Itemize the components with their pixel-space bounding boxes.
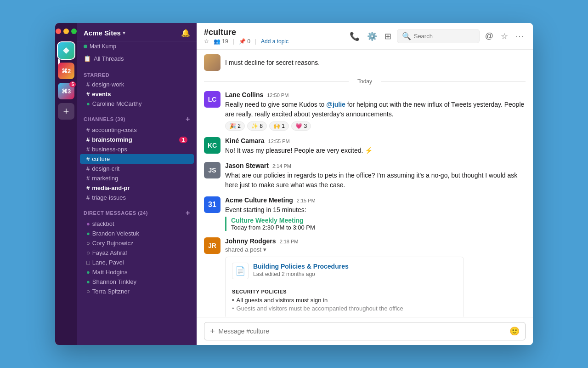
- message-text: Really need to give some Kudos to @julie…: [225, 100, 526, 119]
- all-threads-link[interactable]: 📋 All Threads: [77, 53, 197, 66]
- sidebar-item-culture[interactable]: # culture: [80, 154, 194, 164]
- message-text: No! It was my pleasure! People are very …: [225, 146, 526, 155]
- sidebar-item-fayaz[interactable]: ○ Fayaz Ashraf: [80, 248, 194, 258]
- sidebar-item-events[interactable]: # events: [80, 89, 194, 99]
- sidebar-item-lane-pavel[interactable]: □ Lane, Pavel: [80, 258, 194, 267]
- message-author: Johnny Rodgers: [225, 237, 276, 245]
- channels-section-header: CHANNELS (39) +: [77, 109, 197, 125]
- header-actions: 📞 ⚙️ ⊞ 🔍 @ ☆ ⋯: [348, 29, 526, 43]
- sidebar-item-accounting-costs[interactable]: # accounting-costs: [80, 125, 194, 135]
- message-time: 2:18 PM: [279, 239, 298, 244]
- workspace-3-badge: 5: [69, 81, 76, 87]
- sidebar-item-brainstorming[interactable]: # brainstorming 1: [80, 135, 194, 144]
- app-icon-column: ⌘2 ⌘3 5 +: [55, 23, 77, 345]
- message-text: Event starting in 15 minutes:: [225, 205, 526, 215]
- avatar: [204, 54, 220, 71]
- message-author: Lane Collins: [225, 91, 263, 98]
- message-time: 12:55 PM: [268, 138, 290, 144]
- main-content: #culture ☆ 👥 19 | 📌 0 | Add a topic 📞 ⚙️…: [197, 23, 533, 345]
- add-dm-icon[interactable]: +: [186, 209, 190, 217]
- channel-members: 👥 19: [214, 38, 228, 45]
- message-text: What are our policies in regards to pets…: [225, 171, 526, 190]
- date-divider: Today: [204, 78, 526, 85]
- message-input-area: + 🙂: [197, 317, 533, 345]
- threads-icon: 📋: [84, 55, 91, 62]
- sidebar-item-cory[interactable]: ○ Cory Bujnowicz: [80, 238, 194, 248]
- avatar-johnny: JR: [204, 237, 220, 254]
- message-author: Kiné Camara: [225, 137, 265, 144]
- messages-area: I must decline for secret reasons. Today…: [197, 50, 533, 317]
- security-item-1: All guests and visitors must sign in: [232, 297, 457, 304]
- search-box[interactable]: 🔍: [397, 29, 480, 43]
- sidebar-item-slackbot[interactable]: ● slackbot: [80, 219, 194, 229]
- sidebar-item-design-crit[interactable]: # design-crit: [80, 164, 194, 173]
- minimize-button[interactable]: [63, 29, 69, 34]
- shared-post-body: SECURITY POLICIES All guests and visitor…: [226, 284, 464, 317]
- sidebar-item-brandon[interactable]: ● Brandon Velestuk: [80, 229, 194, 238]
- add-workspace-button[interactable]: +: [58, 103, 74, 120]
- sidebar-item-caroline[interactable]: ● Caroline McCarthy: [80, 99, 194, 109]
- workspace-icon-1[interactable]: [58, 42, 74, 59]
- doc-title[interactable]: Building Policies & Procedures: [253, 263, 349, 270]
- shared-post-label: shared a post ▾: [225, 246, 526, 253]
- message-time: 2:15 PM: [297, 198, 316, 203]
- notifications-icon[interactable]: 🔔: [181, 29, 190, 37]
- workspace-chevron-icon: ▾: [123, 30, 125, 36]
- traffic-lights: [56, 29, 77, 34]
- reaction-heart[interactable]: 💗 3: [291, 121, 311, 131]
- shared-post-card: 📄 Building Policies & Procedures Last ed…: [225, 257, 464, 317]
- sidebar-header: Acme Sites ▾ 🔔: [77, 23, 197, 41]
- sidebar-item-shannon[interactable]: ● Shannon Tinkley: [80, 277, 194, 287]
- maximize-button[interactable]: [71, 29, 77, 34]
- dropdown-icon[interactable]: ▾: [263, 246, 266, 253]
- sidebar-item-business-ops[interactable]: # business-ops: [80, 144, 194, 154]
- message-row-jason1: JS Jason Stewart 2:14 PM What are our po…: [204, 162, 526, 190]
- sidebar-item-triage-issues[interactable]: # triage-issues: [80, 193, 194, 202]
- close-button[interactable]: [56, 29, 61, 34]
- message-input[interactable]: [219, 328, 506, 335]
- message-row: I must decline for secret reasons.: [204, 54, 526, 71]
- meeting-title[interactable]: Culture Weekly Meeting: [231, 217, 526, 224]
- sidebar-item-marketing[interactable]: # marketing: [80, 173, 194, 183]
- search-icon: 🔍: [402, 32, 411, 40]
- avatar-jason: JS: [204, 162, 220, 178]
- brainstorming-badge: 1: [179, 137, 187, 143]
- message-time: 2:14 PM: [272, 163, 291, 169]
- channel-meta: ☆ 👥 19 | 📌 0 | Add a topic: [204, 38, 288, 45]
- dm-section-header: DIRECT MESSAGES (24) +: [77, 202, 197, 219]
- message-author: Acme Culture Meeting: [225, 196, 293, 204]
- starred-section-header: STARRED: [77, 66, 197, 80]
- channel-pins: 📌 0: [239, 38, 250, 45]
- message-author: Jason Stewart: [225, 162, 269, 169]
- channel-header: #culture ☆ 👥 19 | 📌 0 | Add a topic 📞 ⚙️…: [197, 23, 533, 50]
- mention-julie[interactable]: @julie: [326, 101, 345, 108]
- plus-icon[interactable]: +: [210, 327, 215, 336]
- security-item-2: Guests and visitors must be accompanied …: [232, 305, 457, 312]
- layout-icon[interactable]: ⊞: [383, 29, 393, 43]
- emoji-icon[interactable]: 🙂: [509, 326, 520, 336]
- sidebar-item-media-and-pr[interactable]: # media-and-pr: [80, 183, 194, 193]
- settings-icon[interactable]: ⚙️: [365, 29, 379, 43]
- reactions: 🎉 2 ✨ 8 🙌 1 💗 3: [225, 121, 526, 131]
- sidebar-item-design-work[interactable]: # design-work: [80, 80, 194, 89]
- star-icon[interactable]: ☆: [204, 38, 209, 45]
- reaction-clap[interactable]: 🙌 1: [269, 121, 289, 131]
- avatar-kine: KC: [204, 137, 220, 154]
- message-row-lane: LC Lane Collins 12:50 PM Really need to …: [204, 91, 526, 131]
- workspace-icon-2[interactable]: ⌘2: [58, 63, 74, 79]
- more-icon[interactable]: ⋯: [514, 29, 526, 43]
- search-input[interactable]: [414, 33, 475, 40]
- call-icon[interactable]: 📞: [348, 29, 362, 43]
- avatar-acm: 31: [204, 196, 220, 213]
- reaction-sparkles[interactable]: ✨ 8: [247, 121, 267, 131]
- mention-icon[interactable]: @: [483, 29, 495, 43]
- message-row-acm: 31 Acme Culture Meeting 2:15 PM Event st…: [204, 196, 526, 231]
- sidebar-item-matt-hodgins[interactable]: ● Matt Hodgins: [80, 267, 194, 277]
- add-topic-link[interactable]: Add a topic: [261, 38, 288, 45]
- add-channel-icon[interactable]: +: [186, 115, 190, 123]
- sidebar-item-terra[interactable]: ○ Terra Spitzner: [80, 287, 194, 296]
- bookmark-icon[interactable]: ☆: [499, 29, 510, 43]
- channel-title: #culture: [204, 28, 288, 37]
- workspace-name[interactable]: Acme Sites ▾: [84, 29, 125, 37]
- reaction-party[interactable]: 🎉 2: [225, 121, 245, 131]
